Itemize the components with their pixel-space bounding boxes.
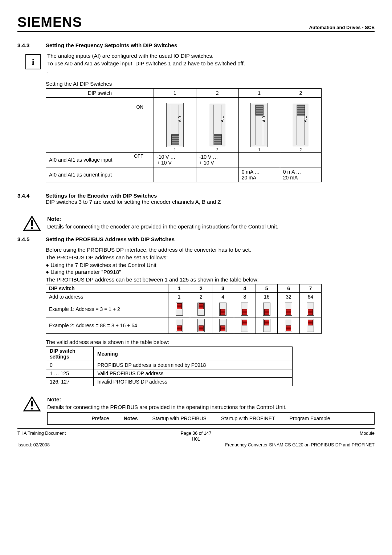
footer-page: Page 36 of 147	[181, 431, 212, 436]
paragraph: To use AI0 and AI1 as voltage input, DIP…	[47, 60, 375, 66]
list-item: Using the parameter "P0918"	[46, 269, 375, 275]
svg-point-5	[31, 408, 33, 409]
note-title: Note:	[47, 396, 375, 402]
th: 2	[190, 284, 212, 293]
section-title: Settings for the Encoder with DIP Switch…	[46, 193, 221, 199]
section-number: 3.4.4	[17, 193, 38, 206]
section-title: Setting the Frequency Setpoints with DIP…	[46, 42, 177, 48]
profibus-address-table: DIP switch 1 2 3 4 5 6 7 Add to address …	[46, 284, 322, 334]
page-footer: T I A Training Document Page 36 of 147 M…	[17, 428, 375, 447]
td	[154, 167, 196, 182]
td: Valid PROFIBUS DP address	[94, 369, 293, 378]
td: 4	[212, 293, 234, 301]
dip-mini-icon	[307, 319, 314, 332]
section-title: Setting the PROFIBUS Address with DIP Sw…	[46, 236, 175, 242]
dip-mini-icon	[307, 303, 314, 316]
td: -10 V … + 10 V	[154, 153, 196, 167]
th: 1	[154, 89, 196, 98]
table-caption: Setting the AI DIP Switches	[46, 81, 375, 87]
dip-mini-icon	[219, 319, 226, 332]
td: Example 2: Address = 88 = 8 + 16 + 64	[46, 317, 168, 334]
dip-mini-icon	[263, 303, 270, 316]
td	[280, 153, 321, 167]
section-number: 3.4.3	[17, 42, 38, 48]
note-title: Note:	[47, 216, 375, 222]
footer-module: Module	[211, 431, 375, 436]
brand-logo: SIEMENS	[17, 15, 82, 30]
dip-mini-icon	[285, 319, 292, 332]
dip-switch-icon: AI1 2	[209, 103, 226, 147]
footer-product: Frequency Converter SINAMICS G120 on PRO…	[211, 442, 375, 447]
nav-item-profibus[interactable]: Startup with PROFIBUS	[152, 416, 207, 421]
th: 7	[299, 284, 321, 293]
dip-mini-icon	[285, 303, 292, 316]
note-body: Details for connecting the PROFIBUS are …	[47, 404, 375, 410]
td	[196, 167, 238, 182]
td: 0 mA … 20 mA	[238, 167, 280, 182]
nav-item-profinet[interactable]: Startup with PROFINET	[221, 416, 275, 421]
nav-box: Preface Notes Startup with PROFIBUS Star…	[47, 412, 375, 425]
dip-mini-icon	[197, 319, 205, 332]
label-on: ON	[49, 104, 143, 110]
header-tagline: Automation and Drives - SCE	[309, 25, 375, 30]
nav-item-example[interactable]: Program Example	[290, 416, 330, 421]
td: 8	[234, 293, 256, 301]
th: DIP switch settings	[46, 347, 94, 361]
dip-switch-icon: AI0 1	[250, 103, 268, 147]
dip-mini-icon	[241, 319, 248, 332]
info-icon: i	[25, 54, 41, 69]
paragraph: The PROFIBUS DP address can be set as fo…	[46, 254, 375, 260]
footer-doc: T I A Training Document	[17, 431, 181, 436]
td: PROFIBUS DP address is determined by P09…	[94, 361, 293, 369]
th: DIP switch	[46, 89, 154, 98]
warning-icon	[23, 396, 41, 412]
note-body: Details for connecting the encoder are p…	[47, 223, 375, 230]
td: 0	[46, 361, 94, 369]
td: 64	[299, 293, 321, 301]
footer-issued: Issued: 02/2008	[17, 442, 181, 447]
nav-item-notes[interactable]: Notes	[124, 416, 138, 421]
dip-switch-icon: AI1 2	[292, 103, 309, 147]
ai-dip-table: DIP switch 1 2 1 2 ON OFF AI0 1	[46, 88, 322, 182]
td: 32	[278, 293, 299, 301]
td: 16	[256, 293, 278, 301]
td: ON OFF	[46, 98, 154, 153]
th: 3	[212, 284, 234, 293]
th: 2	[280, 89, 321, 98]
paragraph: The PROFIBUS DP address can be set betwe…	[46, 276, 375, 283]
paragraph: Before using the PROFIBUS DP interface, …	[46, 247, 375, 253]
th: 4	[234, 284, 256, 293]
th: 5	[256, 284, 278, 293]
dip-mini-icon	[176, 303, 183, 316]
td: 2	[190, 293, 212, 301]
dip-mini-icon	[263, 319, 270, 332]
svg-rect-4	[31, 401, 33, 406]
svg-rect-1	[31, 220, 33, 226]
dip-mini-icon	[197, 303, 205, 316]
paragraph: .	[47, 68, 375, 74]
th: 1	[168, 284, 190, 293]
td: 1	[168, 293, 190, 301]
page-header: SIEMENS Automation and Drives - SCE	[17, 15, 375, 32]
section-number: 3.4.5	[17, 236, 38, 242]
th: 6	[278, 284, 299, 293]
paragraph: The valid address area is shown in the t…	[46, 339, 375, 345]
dip-mini-icon	[176, 319, 183, 332]
svg-point-2	[31, 227, 33, 229]
address-meaning-table: DIP switch settings Meaning 0 PROFIBUS D…	[46, 347, 293, 386]
dip-mini-icon	[219, 303, 226, 316]
th: DIP switch	[46, 284, 168, 293]
td: Add to address	[46, 293, 168, 301]
dip-mini-icon	[241, 303, 248, 316]
td: 0 mA … 20 mA	[280, 167, 321, 182]
td: -10 V … + 10 V	[196, 153, 238, 167]
nav-item-preface[interactable]: Preface	[91, 416, 109, 421]
td: Invalid PROFIBUS DP address	[94, 378, 293, 386]
td: Example 1: Address = 3 = 1 + 2	[46, 301, 168, 317]
dip-switch-icon: AI0 1	[166, 103, 184, 147]
td	[238, 153, 280, 167]
td: 1 … 125	[46, 369, 94, 378]
th: 2	[196, 89, 238, 98]
td: 126, 127	[46, 378, 94, 386]
paragraph: The analog inputs (AI) are configured wi…	[47, 53, 375, 59]
